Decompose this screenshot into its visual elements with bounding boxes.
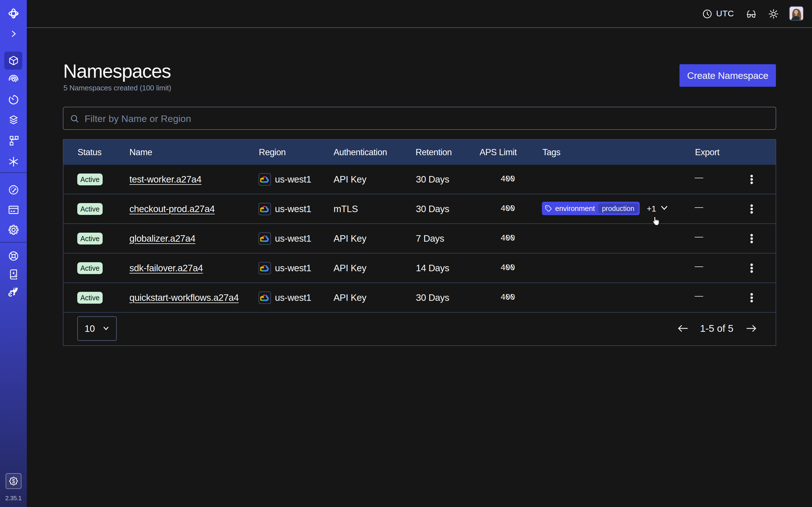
svg-text:$: $ [12, 478, 15, 484]
